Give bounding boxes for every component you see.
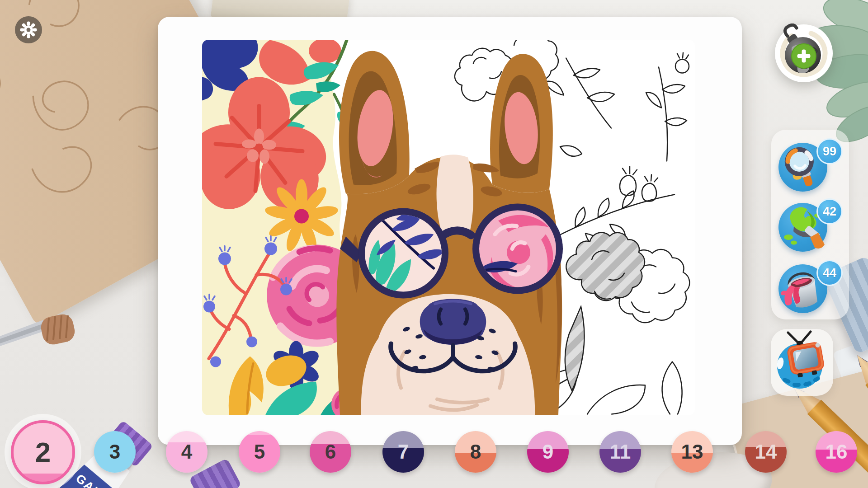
paint-tube-label-text: GALL [73, 471, 110, 488]
palette-color-5[interactable]: 5 [239, 431, 280, 473]
brush-count-badge: 42 [816, 198, 843, 225]
magnifier-count: 99 [823, 145, 836, 159]
palette-color-2[interactable]: 2 [11, 420, 75, 484]
palette-color-8[interactable]: 8 [455, 431, 496, 473]
magnifier-booster-button[interactable]: 99 [778, 143, 833, 197]
palette-color-14[interactable]: 14 [745, 431, 787, 473]
bucket-count-badge: 44 [816, 260, 843, 286]
palette-color-7[interactable]: 7 [382, 431, 424, 473]
gear-icon [19, 21, 38, 39]
palette-color-6[interactable]: 6 [310, 431, 351, 473]
settings-button[interactable] [15, 16, 42, 43]
bucket-booster-button[interactable]: 44 [778, 264, 833, 319]
artwork-canvas[interactable] [202, 40, 695, 415]
palette-color-3[interactable]: 3 [94, 431, 136, 473]
palette-color-16[interactable]: 16 [816, 431, 857, 473]
magnifier-count-badge: 99 [816, 138, 843, 164]
booster-panel: 99 42 [771, 130, 849, 319]
palette-color-9[interactable]: 9 [527, 431, 569, 473]
brush-booster-button[interactable]: 42 [778, 203, 833, 257]
palette-color-4[interactable]: 4 [166, 431, 208, 473]
palette-color-11[interactable]: 11 [599, 431, 641, 473]
palette-color-13[interactable]: 13 [671, 431, 713, 473]
plus-icon [792, 44, 816, 68]
wooden-pencil [849, 349, 868, 488]
tv-icon [771, 329, 833, 396]
brush-count: 42 [823, 205, 836, 219]
coloring-page [158, 17, 742, 445]
add-bombs-button[interactable] [774, 23, 834, 83]
watch-ad-button[interactable] [771, 329, 833, 396]
paint-tube [833, 339, 868, 425]
coloring-game-screen: GALL COL [0, 0, 868, 488]
paper-scrap [52, 0, 132, 42]
bucket-count: 44 [823, 266, 836, 280]
paintbrush [0, 307, 86, 357]
